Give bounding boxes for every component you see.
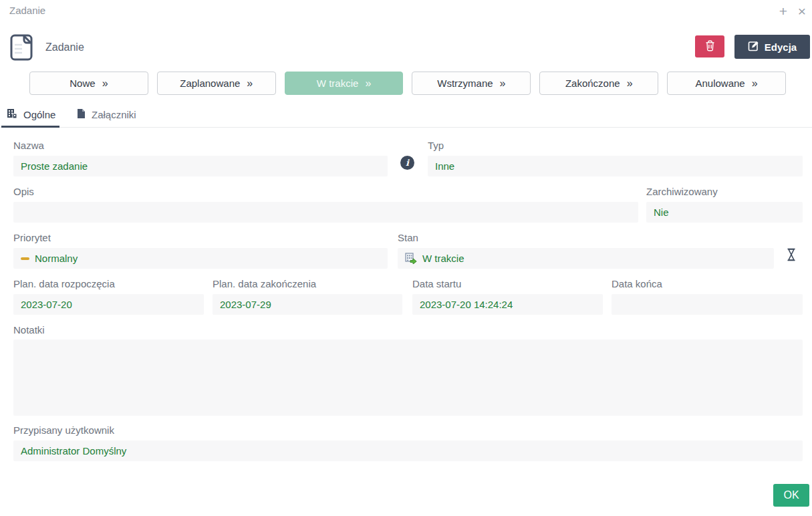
workflow-button-nowe[interactable]: Nowe » [29,72,148,95]
active-tab-underline [1,126,59,128]
page-title: Zadanie [45,41,84,53]
nazwa-value: Proste zadanie [21,160,88,172]
typ-field[interactable]: Inne [428,156,803,176]
workflow-button-zaplanowane[interactable]: Zaplanowane » [157,72,276,95]
window-close-icon[interactable]: × [793,3,811,20]
workflow-button-label: Zakończone [565,78,620,89]
window-plus-icon[interactable]: + [775,3,792,20]
plan-data-rozpoczecia-value: 2023-07-20 [21,299,72,310]
plan-data-rozpoczecia-field[interactable]: 2023-07-20 [13,294,204,315]
state-grid-arrow-icon [405,253,417,264]
chevron-right-icon: » [500,78,506,90]
workflow-button-label: W trakcie [317,78,359,89]
tab-zalaczniki[interactable]: Załączniki [77,108,136,121]
delete-button[interactable] [695,35,724,57]
priorytet-label: Priorytet [13,232,51,243]
plan-data-zakonczenia-value: 2023-07-29 [220,299,271,310]
chevron-right-icon: » [365,78,371,90]
workflow-state-row: Nowe » Zaplanowane » W trakcie » Wstrzym… [29,72,786,95]
typ-label: Typ [428,140,444,151]
workflow-button-label: Wstrzymane [437,78,493,89]
workflow-button-anulowane[interactable]: Anulowane » [667,72,786,95]
task-document-icon [9,33,33,64]
opis-label: Opis [13,186,34,197]
workflow-button-wstrzymane[interactable]: Wstrzymane » [412,72,531,95]
zarchiwizowany-label: Zarchiwizowany [646,186,718,197]
przypisany-uzytkownik-label: Przypisany użytkownik [13,424,114,436]
tab-ogolne[interactable]: Ogólne [7,108,55,120]
plan-data-zakonczenia-field[interactable]: 2023-07-29 [213,294,402,315]
chevron-right-icon: » [102,78,108,90]
notatki-textarea[interactable] [13,340,803,416]
task-dialog: { "window": { "title": "Zadanie", "plus_… [0,0,812,516]
tab-bar: Ogólne Załączniki [0,107,812,128]
workflow-button-label: Zaplanowane [180,78,240,89]
history-hourglass-icon[interactable] [786,248,797,263]
typ-value: Inne [435,160,454,172]
przypisany-uzytkownik-value: Administrator Domyślny [21,445,126,457]
chevron-right-icon: » [752,78,758,90]
przypisany-uzytkownik-field[interactable]: Administrator Domyślny [13,440,803,461]
info-icon[interactable]: i [400,156,414,170]
data-startu-label: Data startu [412,278,461,289]
workflow-button-label: Anulowane [695,78,745,89]
priorytet-field[interactable]: Normalny [13,248,388,269]
stan-field[interactable]: W trakcie [398,248,774,269]
chevron-right-icon: » [627,78,633,90]
workflow-button-w-trakcie[interactable]: W trakcie » [285,72,404,95]
zarchiwizowany-value: Nie [654,207,669,218]
chevron-right-icon: » [247,78,253,90]
workflow-button-label: Nowe [70,78,95,89]
zarchiwizowany-field[interactable]: Nie [646,202,803,223]
nazwa-label: Nazwa [13,140,44,151]
data-konca-field[interactable] [612,294,803,315]
attachment-file-icon [77,108,86,121]
workflow-button-zakonczone[interactable]: Zakończone » [539,72,658,95]
tab-label: Załączniki [92,109,136,120]
stan-value: W trakcie [422,253,464,264]
ok-button[interactable]: OK [773,484,809,507]
window-title: Zadanie [9,5,45,16]
data-startu-value: 2023-07-20 14:24:24 [420,299,513,310]
priority-normal-icon [21,257,29,260]
form-building-icon [7,108,17,120]
opis-field[interactable] [13,202,638,223]
notatki-label: Notatki [13,324,45,336]
nazwa-field[interactable]: Proste zadanie [13,156,388,176]
edit-button[interactable]: Edycja [734,35,810,59]
edit-pencil-icon [748,40,759,53]
stan-label: Stan [398,232,418,243]
tab-label: Ogólne [23,109,55,120]
plan-data-rozpoczecia-label: Plan. data rozpoczęcia [13,278,115,289]
priorytet-value: Normalny [35,253,78,264]
data-konca-label: Data końca [612,278,662,289]
data-startu-field[interactable]: 2023-07-20 14:24:24 [412,294,603,315]
trash-icon [705,40,715,53]
plan-data-zakonczenia-label: Plan. data zakończenia [213,278,316,289]
edit-button-label: Edycja [765,41,797,53]
